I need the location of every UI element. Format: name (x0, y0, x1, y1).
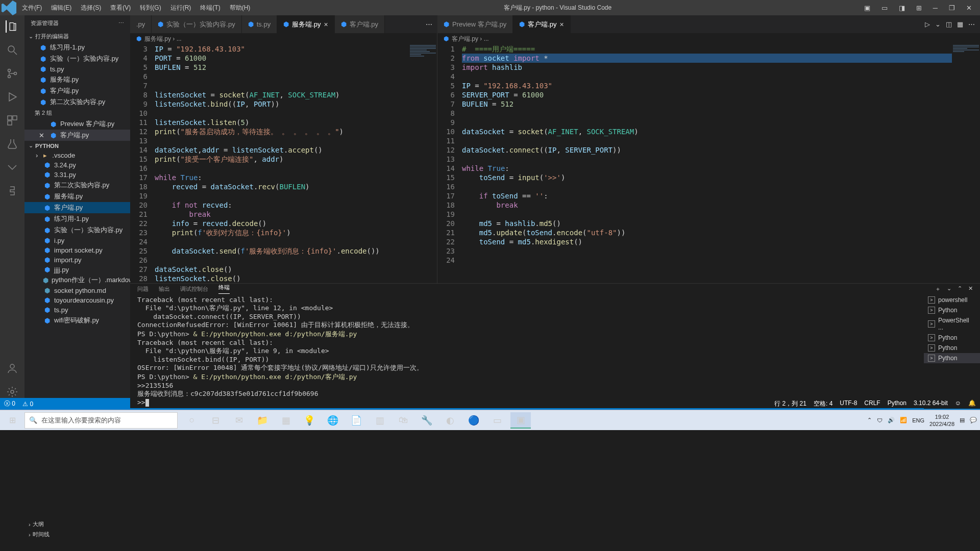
terminal[interactable]: Traceback (most recent call last): File … (130, 294, 924, 409)
wifi-icon[interactable]: 📶 (900, 417, 907, 423)
layout-toggle-icon[interactable]: ▣ (861, 2, 873, 14)
open-editors-section[interactable]: ⌄ 打开的编辑器 (24, 31, 130, 42)
start-button[interactable]: ⊞ (0, 415, 24, 425)
new-terminal-icon[interactable]: ＋ (935, 285, 941, 293)
settings-gear-icon[interactable] (6, 386, 18, 398)
menu-view[interactable]: 查看(V) (106, 2, 135, 14)
panel-tab-problems[interactable]: 问题 (137, 285, 149, 293)
maximize-button[interactable]: ❐ (946, 2, 958, 14)
chevron-down-icon[interactable]: ⌄ (935, 20, 941, 28)
file-explorer-icon[interactable]: 📁 (252, 412, 273, 429)
testing-icon[interactable] (6, 138, 18, 150)
notifications-center-icon[interactable]: 💬 (970, 417, 977, 423)
file-item[interactable]: ⬢3.24.py (24, 160, 130, 170)
sidebar-item[interactable]: ⬢ts.py (24, 64, 130, 74)
sidebar-item[interactable]: ⬢实验（一）实验内容.py (24, 53, 130, 64)
menu-terminal[interactable]: 终端(T) (196, 2, 224, 14)
file-item[interactable]: ⬢socket python.md (24, 286, 130, 295)
ime-indicator[interactable]: ENG (912, 417, 924, 423)
more-tabs-icon[interactable]: ⋯ (426, 20, 432, 28)
layout-side-icon[interactable]: ◨ (896, 2, 908, 14)
extensions-icon[interactable] (6, 114, 18, 127)
file-item[interactable]: ⬢第二次实验内容.py (24, 180, 130, 191)
app-icon[interactable]: ▥ (370, 412, 390, 429)
menu-file[interactable]: 文件(F) (18, 2, 46, 14)
file-item[interactable]: ⬢wifi密码破解.py (24, 315, 130, 326)
warnings-count[interactable]: ⚠ 0 (22, 400, 33, 408)
breadcrumb-left[interactable]: ⬢服务端.py › ... (130, 33, 437, 44)
terminal-list-item[interactable]: >powershell (924, 295, 980, 305)
group-2-section[interactable]: 第 2 组 (24, 108, 130, 118)
errors-count[interactable]: ⓧ 0 (4, 399, 15, 408)
search-icon[interactable] (6, 44, 18, 56)
minimap[interactable] (409, 44, 437, 283)
clock[interactable]: 19:02 2022/4/28 (929, 413, 954, 428)
security-icon[interactable]: 🛡 (877, 417, 883, 423)
terminal-list-item[interactable]: >Python (924, 305, 980, 315)
minimap[interactable] (952, 44, 980, 283)
python-version[interactable]: 3.10.2 64-bit (914, 399, 948, 408)
sidebar-item[interactable]: ⬢练习用-1.py (24, 42, 130, 53)
steam-icon[interactable]: ◐ (440, 412, 460, 429)
file-item[interactable]: ⬢python作业（一）.markdown (24, 274, 130, 286)
file-item[interactable]: ⬢练习用-1.py (24, 213, 130, 224)
tray-expand-icon[interactable]: ⌃ (867, 417, 872, 423)
source-control-icon[interactable] (6, 67, 18, 80)
sidebar-item[interactable]: ⬢第二次实验内容.py (24, 96, 130, 108)
sidebar-item[interactable]: ⬢服务端.py (24, 74, 130, 85)
run-debug-icon[interactable] (6, 91, 18, 103)
split-editor-icon[interactable]: ◫ (946, 20, 952, 28)
explorer-icon[interactable] (6, 20, 18, 33)
file-item[interactable]: ⬢ts.py (24, 305, 130, 315)
file-item[interactable]: ⬢toyourdearcousin.py (24, 295, 130, 305)
indentation[interactable]: 空格: 4 (814, 399, 832, 408)
panel-tab-terminal[interactable]: 终端 (218, 284, 230, 294)
file-item[interactable]: ⬢客户端.py (24, 202, 130, 213)
file-item[interactable]: ⬢3.31.py (24, 170, 130, 180)
encoding[interactable]: UTF-8 (840, 399, 857, 408)
app2-icon[interactable]: ▭ (487, 412, 507, 429)
editor-tab[interactable]: ⬢Preview 客户端.py (437, 15, 513, 33)
terminal-dropdown-icon[interactable]: ⌄ (947, 285, 951, 293)
close-tab-icon[interactable]: × (324, 20, 328, 29)
more-icon[interactable]: ⋯ (118, 20, 124, 27)
layout-customize-icon[interactable]: ⊞ (913, 2, 925, 14)
sidebar-item[interactable]: ⬢Preview 客户端.py (24, 118, 130, 130)
breadcrumb-right[interactable]: ⬢客户端.py › ... (437, 33, 980, 44)
volume-icon[interactable]: 🔊 (888, 417, 895, 423)
cursor-position[interactable]: 行 2，列 21 (774, 399, 806, 408)
file-item[interactable]: ⬢服务端.py (24, 191, 130, 202)
close-button[interactable]: ✕ (963, 2, 975, 14)
layout-panel-icon[interactable]: ▭ (878, 2, 891, 14)
notifications-icon[interactable]: 🔔 (968, 399, 976, 408)
editor-tab[interactable]: ⬢实验（一）实验内容.py (152, 15, 241, 33)
terminal-list-item[interactable]: >Python (924, 333, 980, 343)
editor-tab[interactable]: ⬢客户端.py (335, 15, 385, 33)
edge-icon[interactable]: 🌐 (323, 412, 343, 429)
maximize-panel-icon[interactable]: ⌃ (958, 285, 962, 293)
editor-tab[interactable]: ⬢ts.py (242, 15, 277, 33)
office-icon[interactable]: 📄 (346, 412, 366, 429)
editor-tab[interactable]: ⬢服务端.py× (277, 15, 335, 33)
editor-tab[interactable]: ⬢客户端.py× (513, 15, 571, 33)
terminal-list-item[interactable]: >Python (924, 343, 980, 353)
menu-goto[interactable]: 转到(G) (136, 2, 165, 14)
terminal-list-item[interactable]: >Python (924, 353, 980, 363)
jupyter-icon[interactable] (6, 161, 18, 173)
tablet-mode-icon[interactable]: ▤ (960, 417, 965, 423)
editor-tab[interactable]: .py (130, 15, 152, 33)
menu-select[interactable]: 选择(S) (77, 2, 105, 14)
more-icon[interactable]: ⋯ (968, 20, 975, 28)
terminal-list-item[interactable]: >PowerShell ... (924, 315, 980, 333)
file-item[interactable]: ⬢i.py (24, 236, 130, 245)
language-mode[interactable]: Python (888, 399, 906, 408)
tips-icon[interactable]: 💡 (299, 412, 320, 429)
file-item[interactable]: ⬢jjjj.py (24, 265, 130, 274)
code-editor-right[interactable]: 123456789101112131415161718192021222324 … (437, 44, 980, 283)
feedback-icon[interactable]: ☺ (955, 399, 961, 408)
layout-icon[interactable]: ▦ (957, 20, 963, 28)
panel-tab-output[interactable]: 输出 (159, 285, 170, 293)
store-icon[interactable]: 🛍 (393, 412, 413, 429)
eol[interactable]: CRLF (864, 399, 880, 408)
account-icon[interactable] (6, 362, 18, 374)
